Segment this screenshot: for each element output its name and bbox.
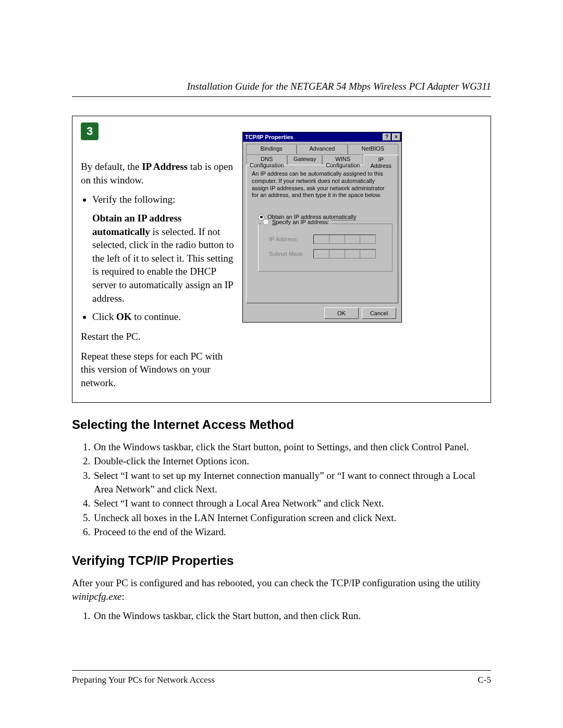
label-ip-address: IP Address: [269, 236, 308, 242]
radio-icon [263, 219, 269, 225]
text-bold: IP Address [142, 161, 188, 172]
step-number-badge: 3 [81, 122, 99, 140]
tcpip-properties-dialog: TCP/IP Properties ? × Bindings Advanced … [242, 132, 402, 323]
tab-advanced[interactable]: Advanced [297, 144, 347, 154]
footer-right: C-5 [478, 675, 492, 685]
list-item: Select “I want to connect through a Loca… [93, 497, 491, 510]
verify-bullet: Verify the following: Obtain an IP addre… [92, 193, 236, 305]
list-item: Proceed to the end of the Wizard. [93, 525, 491, 539]
verify-paragraph: After your PC is configured and has rebo… [72, 576, 491, 603]
text: to continue. [131, 311, 180, 322]
click-ok-bullet: Click OK to continue. [92, 310, 236, 324]
text: pecify an IP address: [276, 219, 329, 225]
text: After your PC is configured and has rebo… [72, 577, 481, 588]
text: : [122, 591, 125, 602]
auto-paragraph: Obtain an IP address automatically is se… [92, 212, 236, 305]
ip-desc-text: An IP address can be automatically assig… [252, 170, 393, 199]
tab-netbios[interactable]: NetBIOS [348, 144, 398, 154]
repeat-paragraph: Repeat these steps for each PC with this… [81, 350, 236, 390]
text: Verify the following: [92, 194, 175, 205]
radio-specify-ip[interactable]: Specify an IP address: [263, 219, 332, 225]
tab-dns-configuration[interactable]: DNS Configuration [246, 154, 287, 165]
close-button[interactable]: × [392, 133, 400, 141]
heading-verifying-tcpip: Verifying TCP/IP Properties [72, 553, 491, 568]
specify-ip-group: Specify an IP address: IP Address: Subne… [258, 224, 393, 272]
heading-selecting-internet-access: Selecting the Internet Access Method [72, 417, 491, 432]
cancel-button[interactable]: Cancel [362, 307, 396, 319]
text: Click [92, 311, 116, 322]
list-item: On the Windows taskbar, click the Start … [93, 440, 491, 454]
ok-button[interactable]: OK [324, 307, 359, 319]
list-item: Double-click the Internet Options icon. [93, 454, 491, 468]
step-figure-box: 3 By default, the IP Address tab is open… [72, 116, 491, 403]
dialog-title: TCP/IP Properties [245, 134, 382, 140]
label-subnet-mask: Subnet Mask: [269, 251, 308, 257]
section2-steps: On the Windows taskbar, click the Start … [72, 609, 491, 623]
tab-bindings[interactable]: Bindings [246, 144, 297, 154]
text: is selected. If not selected, click in t… [92, 226, 234, 304]
text: By default, the [81, 161, 142, 172]
tab-page-ip-address: An IP address can be automatically assig… [246, 165, 398, 303]
dialog-titlebar[interactable]: TCP/IP Properties ? × [243, 132, 401, 142]
header-rule [72, 96, 491, 97]
section1-steps: On the Windows taskbar, click the Start … [72, 440, 491, 539]
tab-ip-address[interactable]: IP Address [363, 155, 398, 165]
list-item: Uncheck all boxes in the LAN Internet Co… [93, 511, 491, 525]
step-intro: By default, the IP Address tab is open o… [81, 160, 236, 187]
list-item: On the Windows taskbar, click the Start … [93, 609, 491, 623]
input-ip-address[interactable] [313, 235, 376, 244]
help-button[interactable]: ? [383, 133, 391, 141]
tab-wins-configuration[interactable]: WINS Configuration [322, 154, 363, 165]
radio-label: Specify an IP address: [272, 219, 329, 225]
list-item: Select “I want to set up my Internet con… [93, 469, 491, 496]
footer-left: Preparing Your PCs for Network Access [72, 675, 215, 685]
running-header: Installation Guide for the NETGEAR 54 Mb… [72, 81, 491, 94]
tab-gateway[interactable]: Gateway [287, 154, 322, 165]
text-bold: OK [116, 311, 132, 322]
footer-rule [72, 670, 491, 671]
input-subnet-mask[interactable] [313, 249, 376, 258]
restart-paragraph: Restart the PC. [81, 330, 236, 343]
text-italic: winipcfg.exe [72, 591, 122, 602]
